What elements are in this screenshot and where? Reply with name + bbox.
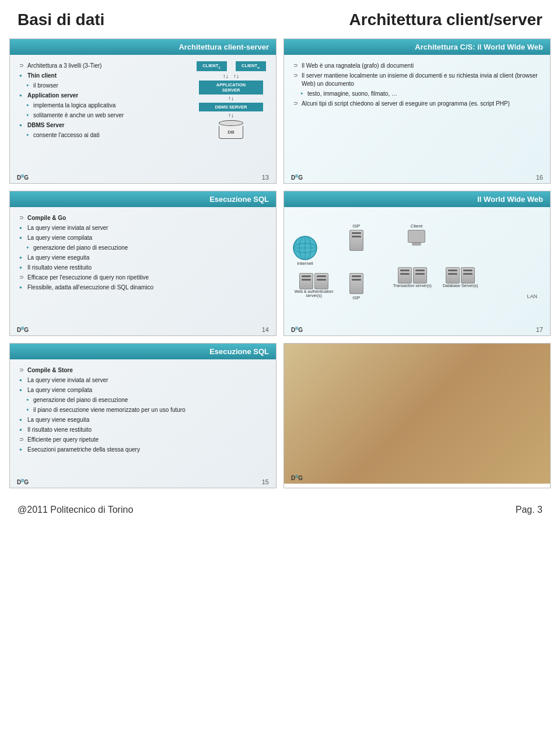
list-item: La query viene eseguita (19, 254, 269, 262)
list-item: Efficiente per query ripetute (19, 436, 269, 444)
footer-right: Pag. 3 (516, 505, 542, 515)
slide-16-logo: DBG (291, 174, 303, 181)
monitor-stand (412, 243, 421, 246)
slide-13: Architettura client-server CLIENT1 CLIEN… (9, 39, 276, 184)
slide-15-number: 15 (262, 478, 269, 485)
slide-15: Esecuzione SQL Compile & Store La query … (9, 343, 276, 488)
isp-bottom-item: ISP (349, 273, 363, 300)
isp-top-server (349, 230, 363, 251)
auth-server-icon (314, 273, 328, 289)
footer-left: @2011 Politecnico di Torino (18, 505, 133, 515)
isp-bottom-label: ISP (353, 295, 360, 300)
lan-label: LAN (527, 293, 537, 299)
slide-15-logo: DBG (17, 478, 29, 485)
list-item: La query viene compilata (19, 234, 269, 242)
page-title-right: Architettura client/server (349, 11, 542, 29)
list-item: generazione del piano di esecuzione (19, 244, 269, 252)
internet-item: Internet (292, 235, 318, 266)
isp-top-label: ISP (353, 223, 360, 229)
database-item: Database Server(s) (443, 267, 478, 288)
list-item: solitamente è anche un web server (19, 111, 269, 120)
transaction-label: Transaction server(s) (393, 284, 432, 288)
transaction-item: Transaction server(s) (393, 267, 432, 288)
trans-server-icon1 (398, 267, 412, 284)
slide-16-header: Architettura C/S: il World Wide Web (284, 39, 550, 55)
slide-14-logo: DBG (17, 326, 29, 333)
slide-18-logo: DBG (291, 474, 303, 481)
web-auth-servers (299, 273, 328, 289)
list-item: il piano di esecuzione viene memorizzato… (19, 406, 269, 414)
slide-13-number: 13 (262, 174, 269, 181)
list-item: Il risultato viene restituito (19, 264, 269, 272)
list-item: La query viene compilata (19, 386, 269, 394)
page-header: Basi di dati Architettura client/server (0, 0, 560, 35)
slide-13-logo: DBG (17, 174, 29, 181)
slide-15-list: Compile & Store La query viene inviata a… (17, 366, 269, 454)
client-item: Client (408, 223, 425, 246)
list-item: La query viene inviata al server (19, 376, 269, 384)
slides-grid: Architettura client-server CLIENT1 CLIEN… (0, 35, 560, 492)
internet-label: Internet (297, 261, 313, 266)
trans-server-icon2 (413, 267, 427, 284)
list-item: Thin client (19, 72, 269, 80)
database-servers (446, 267, 475, 284)
list-item: Flessibile, adatta all'esecuzione di SQL… (19, 284, 269, 292)
list-item: Alcuni tipi di script chiedono al server… (293, 100, 543, 108)
slide-14-content: Compile & Go La query viene inviata al s… (10, 207, 276, 324)
web-auth-label: Web & authentication server(s) (293, 289, 334, 298)
slide-16-content: Il Web è una ragnatela (grafo) di docume… (284, 55, 550, 172)
db-server-icon1 (446, 267, 460, 284)
network-diagram: Internet ISP Client (291, 218, 543, 299)
list-item: Efficace per l'esecuzione di query non r… (19, 274, 269, 282)
database-label: Database Server(s) (443, 284, 478, 288)
slide-14-number: 14 (262, 326, 269, 333)
slide-15-content: Compile & Store La query viene inviata a… (10, 359, 276, 476)
slide-15-header: Esecuzione SQL (10, 344, 276, 359)
slide-13-header: Architettura client-server (10, 39, 276, 55)
slide-16-number: 16 (536, 174, 543, 181)
list-item: La query viene eseguita (19, 416, 269, 424)
slide-17-number: 17 (536, 326, 543, 333)
page-footer: @2011 Politecnico di Torino Pag. 3 (0, 498, 560, 522)
slide-18: Basi di Dati Le applicazioni Web DBG (284, 343, 551, 488)
client-monitor (408, 230, 425, 243)
list-item: Compile & Store (19, 366, 269, 375)
slide-16-list: Il Web è una ragnatela (grafo) di docume… (291, 62, 543, 108)
isp-bottom-server (349, 273, 363, 294)
list-item: il browser (19, 82, 269, 90)
list-item: Il server mantiene localmente un insieme… (293, 72, 543, 88)
list-item: generazione del piano di esecuzione (19, 396, 269, 404)
list-item: consente l'accesso ai dati (19, 131, 269, 139)
web-server-icon (299, 273, 313, 289)
slide-13-content: CLIENT1 CLIENTn ↑↓ ↑↓ APPLICATIONSERVER … (10, 55, 276, 172)
transaction-servers (398, 267, 427, 284)
slide-17: Il World Wide Web Internet (284, 191, 551, 336)
slide-14-header: Esecuzione SQL (10, 191, 276, 207)
isp-top-item: ISP (349, 223, 363, 251)
list-item: testo, immagine, suono, filmato, … (293, 90, 543, 98)
list-item: Il Web è una ragnatela (grafo) di docume… (293, 62, 543, 70)
list-item: La query viene inviata al server (19, 224, 269, 232)
list-item: Il risultato viene restituito (19, 426, 269, 434)
slide-16: Architettura C/S: il World Wide Web Il W… (284, 39, 551, 184)
slide-17-logo: DBG (291, 326, 303, 333)
slide-17-content: Internet ISP Client (284, 207, 550, 324)
slide-14-list: Compile & Go La query viene inviata al s… (17, 214, 269, 292)
list-item: Esecuzioni parametriche della stessa que… (19, 446, 269, 454)
list-item: Compile & Go (19, 214, 269, 222)
list-item: DBMS Server (19, 121, 269, 130)
client-label: Client (411, 223, 422, 229)
db-server-icon2 (461, 267, 475, 284)
list-item: Application server (19, 92, 269, 100)
list-item: implementa la logica applicativa (19, 102, 269, 110)
page-title-left: Basi di dati (18, 11, 104, 29)
list-item: Architettura a 3 livelli (3-Tier) (19, 62, 269, 70)
globe-icon (292, 235, 318, 261)
web-auth-item: Web & authentication server(s) (293, 273, 334, 298)
slide-14: Esecuzione SQL Compile & Go La query vie… (9, 191, 276, 336)
slide-17-header: Il World Wide Web (284, 191, 550, 207)
